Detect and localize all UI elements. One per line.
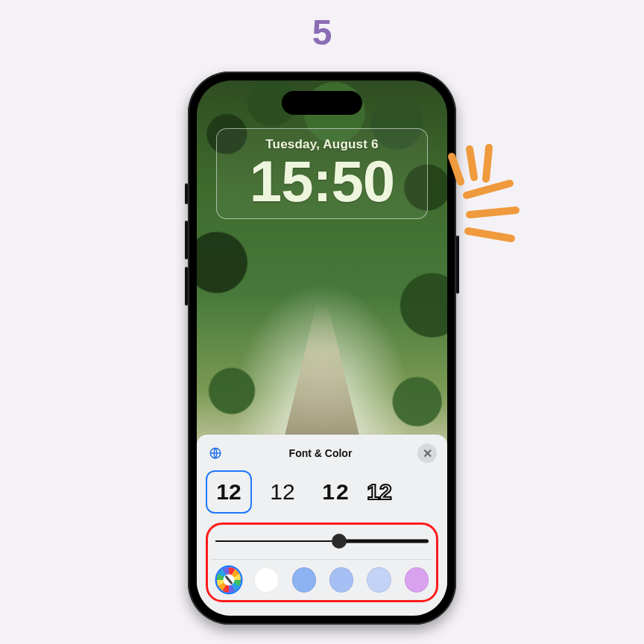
globe-icon[interactable] bbox=[207, 445, 224, 461]
font-color-sheet: Font & Color ✕ 12 12 12 12 bbox=[197, 435, 447, 616]
step-number: 5 bbox=[312, 12, 332, 53]
sheet-header: Font & Color ✕ bbox=[206, 443, 438, 469]
dynamic-island bbox=[282, 91, 362, 115]
font-option-4[interactable]: 12 bbox=[367, 470, 392, 514]
side-button-vol-down bbox=[185, 267, 188, 306]
svg-line-6 bbox=[468, 231, 511, 239]
lockscreen-clock-region[interactable]: Tuesday, August 6 15:50 bbox=[224, 137, 420, 209]
color-swatch-white[interactable] bbox=[254, 567, 278, 593]
svg-line-3 bbox=[486, 148, 489, 179]
svg-line-5 bbox=[470, 210, 516, 215]
weight-slider[interactable] bbox=[215, 531, 429, 552]
color-swatch-periwinkle[interactable] bbox=[329, 567, 353, 593]
color-swatch-cornflower[interactable] bbox=[292, 567, 316, 593]
font-option-2[interactable]: 12 bbox=[259, 470, 306, 514]
color-picker-swatch[interactable] bbox=[217, 567, 241, 593]
slider-track-thick bbox=[339, 540, 429, 543]
font-style-row[interactable]: 12 12 12 12 bbox=[206, 469, 438, 521]
font-option-3[interactable]: 12 bbox=[313, 470, 359, 514]
sheet-title: Font & Color bbox=[224, 447, 417, 459]
color-swatch-orchid[interactable] bbox=[405, 567, 429, 593]
divider bbox=[211, 559, 433, 560]
color-swatch-lavender[interactable] bbox=[367, 567, 391, 593]
svg-line-2 bbox=[470, 149, 474, 177]
lockscreen-time: 15:50 bbox=[224, 154, 420, 209]
font-option-1[interactable]: 12 bbox=[206, 470, 252, 514]
svg-line-4 bbox=[467, 183, 510, 195]
side-button-power bbox=[456, 236, 459, 294]
color-swatch-row bbox=[215, 567, 429, 593]
close-icon[interactable]: ✕ bbox=[417, 443, 437, 463]
phone-screen: Tuesday, August 6 15:50 Font & Color ✕ 1… bbox=[197, 80, 447, 616]
annotation-highlight bbox=[206, 523, 438, 602]
side-button-vol-up bbox=[185, 221, 188, 259]
emphasis-strokes-icon bbox=[444, 139, 549, 250]
side-button-silent bbox=[185, 183, 188, 204]
iphone-frame: Tuesday, August 6 15:50 Font & Color ✕ 1… bbox=[188, 72, 456, 625]
slider-thumb[interactable] bbox=[332, 534, 347, 549]
